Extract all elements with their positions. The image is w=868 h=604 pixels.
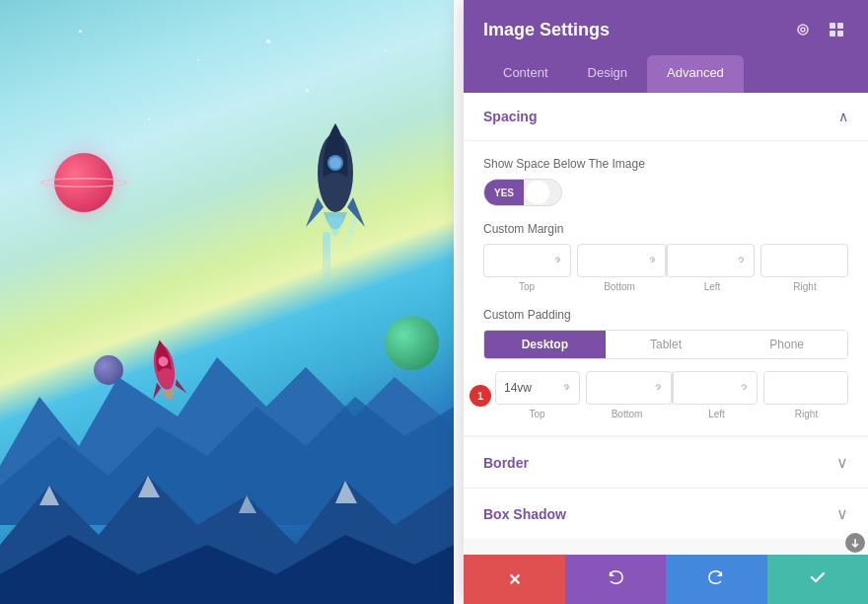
padding-left-sub-label: Left (675, 409, 759, 419)
padding-right-input-wrapper (763, 371, 848, 405)
spacing-arrow-icon: ∧ (838, 109, 848, 124)
spacing-section-title: Spacing (483, 109, 537, 124)
padding-right-fields (673, 371, 849, 405)
panel-content: Spacing ∧ Show Space Below The Image YES… (464, 93, 868, 555)
margin-bottom-input-wrapper (577, 244, 665, 277)
custom-margin-label: Custom Margin (483, 222, 848, 236)
settings-icon[interactable] (791, 18, 815, 41)
svg-point-6 (801, 28, 805, 32)
padding-left-input[interactable] (682, 381, 735, 395)
margin-right-fields (667, 244, 849, 277)
svg-point-2 (329, 157, 341, 169)
star (197, 59, 199, 61)
save-button[interactable] (767, 555, 869, 604)
margin-left-input-wrapper (667, 244, 755, 277)
cancel-button[interactable]: ✕ (464, 555, 565, 604)
padding-inputs-container: 1 (483, 371, 848, 419)
panel-header: Image Settings (464, 0, 868, 93)
grid-icon[interactable] (825, 18, 848, 41)
save-icon (808, 567, 828, 592)
device-tabs: Desktop Tablet Phone (483, 330, 848, 359)
padding-bottom-input[interactable] (595, 381, 648, 395)
show-space-label: Show Space Below The Image (483, 157, 848, 171)
padding-left-link-icon (739, 382, 749, 394)
padding-bottom-sub-label: Bottom (585, 409, 669, 419)
spacing-section-body: Show Space Below The Image YES Custom Ma… (464, 141, 868, 435)
border-section-header[interactable]: Border ∨ (464, 437, 868, 488)
border-section: Border ∨ (464, 436, 868, 488)
device-tab-phone[interactable]: Phone (726, 331, 847, 358)
cancel-icon: ✕ (508, 570, 521, 589)
margin-left-fields (483, 244, 666, 277)
redo-button[interactable] (666, 555, 767, 604)
star (385, 49, 387, 51)
scroll-indicator (845, 533, 865, 553)
device-tab-tablet[interactable]: Tablet (606, 331, 727, 358)
margin-right-sub-label: Right (761, 281, 848, 292)
margin-left-link-icon (736, 255, 746, 266)
padding-top-sub-label: Top (495, 409, 579, 419)
margin-bottom-input[interactable] (586, 254, 642, 267)
padding-top-input[interactable] (504, 381, 557, 395)
padding-top-link-icon (561, 382, 571, 394)
svg-rect-9 (830, 31, 835, 37)
redo-icon (706, 567, 726, 592)
star (306, 89, 309, 92)
undo-icon (606, 567, 625, 592)
svg-point-5 (798, 25, 808, 35)
show-space-toggle[interactable]: YES (483, 179, 562, 206)
box-shadow-arrow-icon: ∨ (836, 504, 848, 523)
svg-rect-8 (837, 23, 843, 29)
margin-left-input[interactable] (676, 254, 732, 267)
padding-left-input-wrapper (673, 371, 758, 405)
panel-title: Image Settings (483, 20, 610, 40)
bottom-toolbar: ✕ (464, 555, 868, 604)
panel-title-row: Image Settings (483, 18, 848, 41)
star (266, 39, 270, 43)
star (148, 118, 150, 120)
box-shadow-section-title: Box Shadow (483, 506, 566, 522)
tab-design[interactable]: Design (568, 55, 647, 93)
margin-top-input-wrapper (483, 244, 571, 277)
thrust-trail (323, 232, 330, 291)
padding-bottom-link-icon (653, 382, 663, 394)
svg-rect-10 (837, 31, 843, 37)
toggle-yes-label: YES (484, 180, 524, 205)
margin-sub-labels: Top Bottom Left Right (483, 281, 848, 292)
spacing-section-header[interactable]: Spacing ∧ (464, 93, 868, 141)
mountains-front (0, 426, 454, 604)
padding-right-sub-label: Right (764, 409, 848, 419)
tab-content[interactable]: Content (483, 55, 568, 93)
planet (54, 153, 113, 212)
image-settings-panel: Image Settings (464, 0, 868, 604)
star (79, 30, 82, 33)
panel-header-icons (791, 18, 848, 41)
margin-top-input[interactable] (492, 254, 548, 267)
border-section-title: Border (483, 455, 529, 471)
toggle-no-knob (526, 181, 549, 204)
badge-indicator: 1 (470, 385, 491, 407)
margin-right-input-wrapper (760, 244, 848, 277)
padding-right-input[interactable] (772, 381, 839, 395)
tab-advanced[interactable]: Advanced (647, 55, 744, 93)
padding-left-fields (495, 371, 672, 405)
border-arrow-icon: ∨ (836, 453, 848, 472)
undo-button[interactable] (565, 555, 667, 604)
margin-bottom-sub-label: Bottom (576, 281, 663, 292)
background-illustration (0, 0, 454, 604)
device-tab-desktop[interactable]: Desktop (484, 331, 606, 358)
padding-inputs-row (495, 371, 848, 405)
planet-ring (39, 178, 128, 188)
show-space-row: Show Space Below The Image YES (483, 157, 848, 206)
panel-tabs: Content Design Advanced (483, 55, 848, 93)
box-shadow-section-header[interactable]: Box Shadow ∨ (464, 489, 868, 539)
custom-padding-label: Custom Padding (483, 308, 848, 322)
spacing-section: Spacing ∧ Show Space Below The Image YES… (464, 93, 868, 435)
margin-right-input[interactable] (769, 254, 839, 267)
padding-top-input-wrapper (495, 371, 580, 405)
margin-top-link-icon (552, 255, 562, 266)
margin-bottom-link-icon (647, 255, 657, 266)
svg-rect-7 (830, 23, 835, 29)
padding-sub-labels: Top Bottom Left Right (495, 409, 848, 419)
margin-inputs-row (483, 244, 848, 277)
